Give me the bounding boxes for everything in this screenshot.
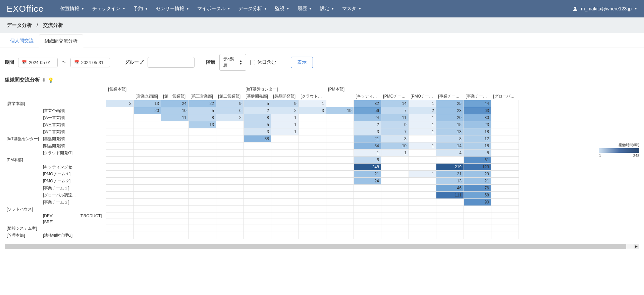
heat-cell[interactable]: 13 xyxy=(189,121,216,128)
heat-cell[interactable] xyxy=(189,219,216,225)
heat-cell[interactable] xyxy=(409,206,436,213)
heat-cell[interactable]: 13 xyxy=(436,128,464,135)
heat-cell[interactable] xyxy=(133,206,161,213)
heat-cell[interactable]: 30 xyxy=(464,114,491,121)
user-menu[interactable]: m_makita@where123.jp ▼ xyxy=(572,6,637,12)
heat-cell[interactable] xyxy=(326,199,354,206)
heat-cell[interactable] xyxy=(491,225,519,232)
group-input[interactable] xyxy=(148,57,195,68)
heat-cell[interactable] xyxy=(244,213,271,219)
heat-cell[interactable] xyxy=(106,219,133,225)
heat-cell[interactable] xyxy=(436,206,464,213)
heat-cell[interactable]: 21 xyxy=(464,178,491,185)
heat-cell[interactable] xyxy=(161,192,189,199)
heat-cell[interactable] xyxy=(326,114,354,121)
heat-cell[interactable] xyxy=(216,142,244,150)
heat-cell[interactable]: 5 xyxy=(189,107,216,114)
heat-cell[interactable] xyxy=(299,121,326,128)
heat-cell[interactable] xyxy=(326,225,354,232)
heat-cell[interactable] xyxy=(106,142,133,150)
heat-cell[interactable] xyxy=(491,199,519,206)
heat-cell[interactable] xyxy=(326,157,354,164)
heat-cell[interactable] xyxy=(271,213,299,219)
date-to-input[interactable]: 📅 2024-05-31 xyxy=(70,58,110,67)
heat-cell[interactable]: 10 xyxy=(161,107,189,114)
heat-cell[interactable] xyxy=(216,199,244,206)
heat-cell[interactable] xyxy=(244,199,271,206)
heat-cell[interactable] xyxy=(381,206,409,213)
heat-cell[interactable] xyxy=(133,142,161,150)
heat-cell[interactable] xyxy=(161,128,189,135)
heat-cell[interactable]: 3 xyxy=(381,135,409,142)
heat-cell[interactable] xyxy=(381,185,409,192)
heat-cell[interactable] xyxy=(354,225,381,232)
heat-cell[interactable] xyxy=(189,199,216,206)
heat-cell[interactable]: 1 xyxy=(299,100,326,107)
heat-cell[interactable] xyxy=(216,157,244,164)
heat-cell[interactable] xyxy=(133,225,161,232)
heat-cell[interactable] xyxy=(244,192,271,199)
heat-cell[interactable]: 25 xyxy=(436,100,464,107)
heat-cell[interactable]: 1 xyxy=(409,128,436,135)
heat-cell[interactable] xyxy=(491,178,519,185)
heat-cell[interactable] xyxy=(216,213,244,219)
heat-cell[interactable] xyxy=(271,219,299,225)
heat-cell[interactable] xyxy=(189,128,216,135)
heat-cell[interactable] xyxy=(436,157,464,164)
heat-cell[interactable]: 32 xyxy=(354,100,381,107)
heat-cell[interactable] xyxy=(161,171,189,178)
heat-cell[interactable] xyxy=(271,206,299,213)
heat-cell[interactable] xyxy=(464,232,491,239)
heat-cell[interactable]: 24 xyxy=(354,178,381,185)
heat-cell[interactable] xyxy=(381,157,409,164)
heat-cell[interactable] xyxy=(244,232,271,239)
heat-cell[interactable]: 5 xyxy=(244,121,271,128)
heat-cell[interactable] xyxy=(491,100,519,107)
display-button[interactable]: 表示 xyxy=(291,57,313,68)
heat-cell[interactable] xyxy=(161,232,189,239)
heat-cell[interactable] xyxy=(409,185,436,192)
heat-cell[interactable]: 44 xyxy=(464,100,491,107)
heat-cell[interactable]: 6 xyxy=(216,107,244,114)
heat-cell[interactable] xyxy=(491,171,519,178)
heat-cell[interactable] xyxy=(299,192,326,199)
heat-cell[interactable] xyxy=(299,206,326,213)
nav-item[interactable]: データ分析▼ xyxy=(235,3,270,14)
heat-cell[interactable] xyxy=(244,157,271,164)
heat-cell[interactable]: 21 xyxy=(436,171,464,178)
heat-cell[interactable]: 5 xyxy=(354,157,381,164)
heat-cell[interactable]: 1 xyxy=(271,128,299,135)
heat-cell[interactable] xyxy=(189,232,216,239)
heat-cell[interactable]: 22 xyxy=(189,100,216,107)
heat-cell[interactable] xyxy=(381,232,409,239)
heat-cell[interactable] xyxy=(491,157,519,164)
heat-cell[interactable] xyxy=(326,213,354,219)
heat-cell[interactable] xyxy=(381,171,409,178)
heat-cell[interactable] xyxy=(161,142,189,150)
heat-cell[interactable] xyxy=(491,219,519,225)
heat-cell[interactable] xyxy=(326,192,354,199)
heat-cell[interactable] xyxy=(106,164,133,171)
holiday-checkbox[interactable]: 休日含む xyxy=(250,59,276,65)
heat-cell[interactable]: 9 xyxy=(271,100,299,107)
heat-cell[interactable] xyxy=(189,164,216,171)
heat-cell[interactable] xyxy=(491,142,519,150)
heat-cell[interactable]: 1 xyxy=(409,114,436,121)
heat-cell[interactable]: 2 xyxy=(271,107,299,114)
heat-cell[interactable] xyxy=(106,232,133,239)
heat-cell[interactable] xyxy=(189,171,216,178)
heat-cell[interactable] xyxy=(436,232,464,239)
heat-cell[interactable]: 3 xyxy=(299,107,326,114)
heat-cell[interactable] xyxy=(106,206,133,213)
heat-cell[interactable]: 24 xyxy=(354,114,381,121)
heat-cell[interactable] xyxy=(299,114,326,121)
heat-cell[interactable] xyxy=(133,128,161,135)
heat-cell[interactable] xyxy=(464,213,491,219)
heat-cell[interactable] xyxy=(189,142,216,150)
breadcrumb-root[interactable]: データ分析 xyxy=(7,22,32,28)
heat-cell[interactable] xyxy=(133,114,161,121)
heat-cell[interactable]: 1 xyxy=(409,100,436,107)
heat-cell[interactable] xyxy=(271,142,299,150)
heat-cell[interactable] xyxy=(161,178,189,185)
heat-cell[interactable]: 248 xyxy=(354,164,381,171)
